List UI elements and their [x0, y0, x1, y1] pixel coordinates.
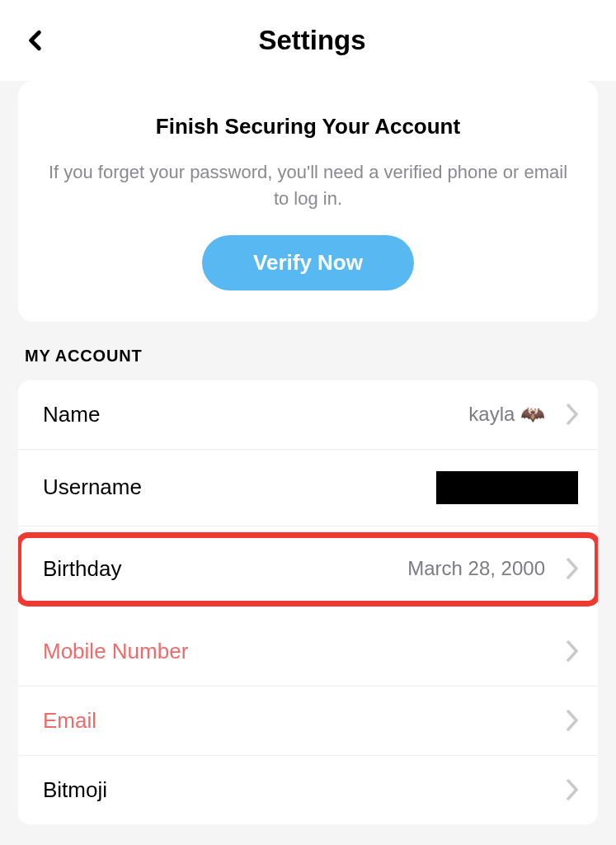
birthday-label: Birthday [43, 556, 407, 582]
list-item-email[interactable]: Email [18, 687, 598, 756]
name-label: Name [43, 402, 468, 427]
username-redacted [436, 471, 578, 504]
list-item-name[interactable]: Name kayla 🦇 [18, 380, 598, 450]
list-item-username[interactable]: Username [18, 450, 598, 526]
chevron-right-icon [567, 558, 578, 579]
section-title-my-account: MY ACCOUNT [0, 347, 616, 380]
secure-account-card: Finish Securing Your Account If you forg… [18, 81, 598, 322]
chevron-right-icon [567, 640, 578, 662]
account-list: Name kayla 🦇 Username Birthday March 28,… [18, 380, 598, 824]
list-item-mobile-number[interactable]: Mobile Number [18, 617, 598, 687]
chevron-right-icon [567, 404, 578, 425]
birthday-value: March 28, 2000 [407, 557, 545, 580]
chevron-right-icon [567, 710, 578, 731]
bitmoji-label: Bitmoji [43, 777, 560, 803]
list-item-bitmoji[interactable]: Bitmoji [18, 756, 598, 824]
page-title: Settings [25, 25, 600, 56]
verify-now-button[interactable]: Verify Now [202, 235, 414, 290]
chevron-right-icon [567, 779, 578, 800]
header: Settings [0, 0, 616, 81]
username-label: Username [43, 474, 436, 500]
email-label: Email [43, 708, 560, 734]
list-item-birthday[interactable]: Birthday March 28, 2000 [18, 535, 598, 604]
mobile-number-label: Mobile Number [43, 639, 560, 664]
secure-card-description: If you forget your password, you'll need… [43, 159, 573, 212]
secure-card-title: Finish Securing Your Account [43, 114, 573, 139]
name-value: kayla 🦇 [468, 403, 545, 426]
